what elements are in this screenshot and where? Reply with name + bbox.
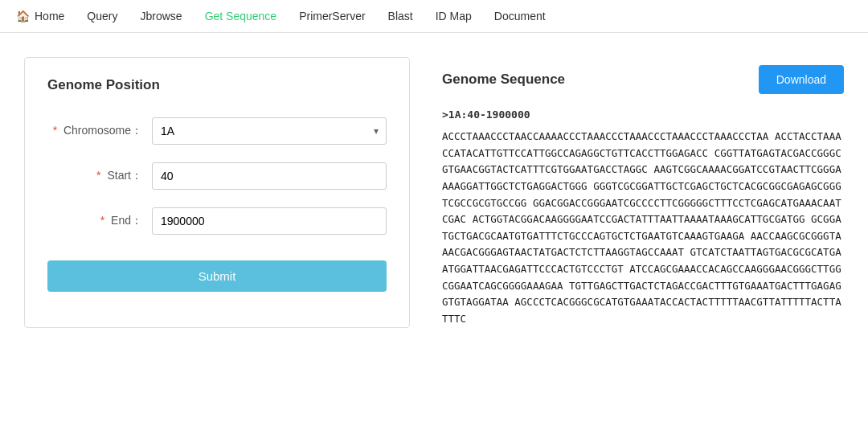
nav-link-blast[interactable]: Blast: [388, 10, 413, 23]
download-button[interactable]: Download: [759, 65, 844, 94]
sequence-header: >1A:40-1900000: [442, 109, 844, 121]
left-panel-title: Genome Position: [47, 77, 387, 93]
nav-link-document[interactable]: Document: [494, 10, 546, 23]
nav-link-get-sequence[interactable]: Get Sequence: [205, 10, 277, 23]
nav-link-jbrowse[interactable]: Jbrowse: [140, 10, 182, 23]
right-header: Genome Sequence Download: [442, 65, 844, 94]
chromosome-group: * Chromosome： 1A 1B 1C 2A 2B 2C ▾: [47, 117, 387, 145]
genome-sequence-panel: Genome Sequence Download >1A:40-1900000 …: [434, 57, 844, 328]
nav-link-query[interactable]: Query: [87, 10, 117, 23]
chromosome-select[interactable]: 1A 1B 1C 2A 2B 2C: [152, 117, 387, 145]
end-label: * End：: [47, 214, 152, 228]
chromosome-required: *: [53, 124, 57, 137]
end-input[interactable]: [152, 207, 387, 235]
right-panel-title: Genome Sequence: [442, 72, 565, 88]
start-label: * Start：: [47, 169, 152, 183]
submit-button[interactable]: Submit: [47, 260, 387, 292]
start-input[interactable]: [152, 162, 387, 190]
chromosome-label: * Chromosome：: [47, 124, 152, 138]
start-group: * Start：: [47, 162, 387, 190]
sequence-body: ACCCTAAACCCTAACCAAAACCCTAAACCCTAAACCCTAA…: [442, 129, 844, 328]
start-required: *: [96, 169, 100, 182]
end-group: * End：: [47, 207, 387, 235]
nav-home-label: Home: [35, 10, 64, 23]
nav-link-primer-server[interactable]: PrimerServer: [299, 10, 365, 23]
chromosome-select-wrapper: 1A 1B 1C 2A 2B 2C ▾: [152, 117, 387, 145]
nav-link-id-map[interactable]: ID Map: [436, 10, 472, 23]
genome-position-panel: Genome Position * Chromosome： 1A 1B 1C 2…: [24, 57, 410, 328]
navigation: 🏠 Home Query Jbrowse Get Sequence Primer…: [0, 0, 868, 33]
home-icon: 🏠: [16, 10, 30, 23]
end-required: *: [100, 214, 104, 227]
main-content: Genome Position * Chromosome： 1A 1B 1C 2…: [0, 33, 868, 352]
nav-home[interactable]: 🏠 Home: [16, 10, 64, 23]
